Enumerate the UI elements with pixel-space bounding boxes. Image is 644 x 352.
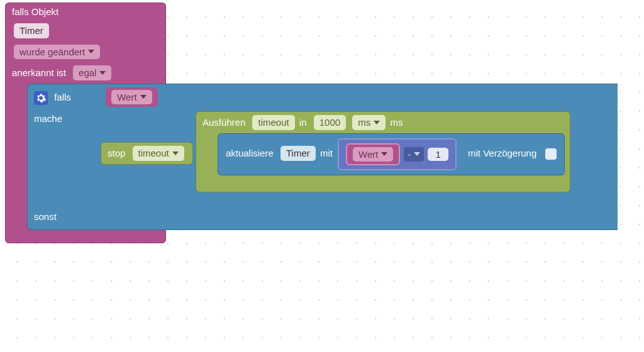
exec-unit-suffix: ms [390,117,402,128]
expr-right-field[interactable]: 1 [428,148,448,161]
update-with-label: mit [320,148,333,158]
object-field[interactable]: Timer [14,23,49,38]
if-label: falls [54,92,71,102]
with-delay-label: mit Verzögerung [468,148,536,158]
stop-label: stop [108,148,125,158]
exec-unit-dropdown[interactable]: ms [352,115,386,130]
exec-in-label: in [299,117,307,128]
if-block[interactable]: falls Wert mache stop timeout [27,84,618,231]
condition-value-block[interactable]: Wert [106,87,157,107]
expr-left-dropdown[interactable]: Wert [353,147,393,162]
update-block[interactable]: aktualisiere Timer mit Wert - [218,133,565,176]
trigger-dropdown[interactable]: wurde geändert [14,45,100,60]
gear-icon[interactable] [34,91,48,105]
stop-block[interactable]: stop timeout [101,142,193,165]
expr-op-dropdown[interactable]: - [404,147,424,162]
exec-name-field[interactable]: timeout [252,115,294,130]
exec-delay-field[interactable]: 1000 [314,115,346,130]
expression-block[interactable]: Wert - 1 [338,138,457,171]
event-header: falls Objekt [6,3,165,20]
exec-block[interactable]: Ausführen timeout in 1000 ms ms aktualis [196,111,571,192]
else-label: sonst [34,211,57,222]
exec-label: Ausführen [203,117,245,128]
condition-value-dropdown[interactable]: Wert [111,90,152,105]
update-label: aktualisiere [226,148,274,158]
ack-dropdown[interactable]: egal [73,65,111,80]
update-target-field[interactable]: Timer [280,146,316,161]
event-block[interactable]: falls Objekt Timer wurde geändert anerka… [5,3,166,243]
do-label: mache [28,110,101,127]
expr-left[interactable]: Wert [346,143,400,166]
stop-target-dropdown[interactable]: timeout [133,146,184,161]
with-delay-checkbox[interactable] [545,148,557,160]
ack-label: anerkannt ist [12,67,66,78]
